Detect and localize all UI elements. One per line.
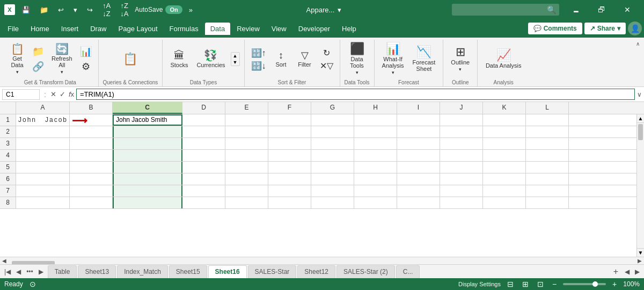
- zoom-out-button[interactable]: −: [550, 279, 559, 289]
- cell-l7[interactable]: [526, 185, 569, 197]
- cell-b7[interactable]: [70, 185, 113, 197]
- cell-f2[interactable]: [268, 126, 311, 137]
- cell-j4[interactable]: [440, 150, 483, 161]
- cell-h2[interactable]: [354, 126, 397, 137]
- refresh-all-button[interactable]: 🔄 RefreshAll ▾: [48, 41, 76, 77]
- cell-d8[interactable]: [182, 197, 225, 208]
- save-button[interactable]: 💾: [18, 4, 33, 16]
- cell-l2[interactable]: [526, 126, 569, 137]
- sheet-scroll-left-button[interactable]: ◀: [623, 267, 632, 277]
- minimize-button[interactable]: 🗕: [564, 0, 588, 19]
- cell-a2[interactable]: [16, 126, 70, 137]
- row-num-5[interactable]: 5: [0, 162, 16, 173]
- cell-g4[interactable]: [311, 150, 354, 161]
- sheet-tab-table[interactable]: Table: [48, 265, 77, 278]
- whatif-arrow[interactable]: ▾: [392, 70, 394, 75]
- menu-home[interactable]: Home: [25, 23, 55, 35]
- sheet-scroll-right-button[interactable]: ▶: [633, 267, 642, 277]
- cell-c5[interactable]: [113, 162, 182, 173]
- cell-g5[interactable]: [311, 162, 354, 173]
- formula-input[interactable]: [76, 89, 635, 100]
- cell-h3[interactable]: [354, 138, 397, 149]
- cell-i3[interactable]: [397, 138, 440, 149]
- search-input[interactable]: [452, 4, 559, 16]
- col-header-f[interactable]: F: [268, 102, 311, 114]
- share-button[interactable]: ↗ Share ▾: [584, 23, 626, 34]
- sort-button[interactable]: ↕️ Sort: [270, 48, 292, 70]
- autosave-toggle[interactable]: AutoSave On: [135, 5, 182, 14]
- cell-d5[interactable]: [182, 162, 225, 173]
- cell-f6[interactable]: [268, 173, 311, 185]
- cell-k8[interactable]: [483, 197, 526, 208]
- whatif-button[interactable]: 📊 What-IfAnalysis ▾: [379, 41, 407, 77]
- cell-e7[interactable]: [225, 185, 268, 197]
- cell-c2[interactable]: [113, 126, 182, 137]
- datatypes-scroll[interactable]: ▲ ▼: [231, 52, 240, 66]
- cell-j5[interactable]: [440, 162, 483, 173]
- cell-b8[interactable]: [70, 197, 113, 208]
- user-avatar[interactable]: 👤: [628, 21, 642, 35]
- outline-button[interactable]: ⊞ Outline ▾: [448, 44, 473, 74]
- menu-data[interactable]: Data: [205, 23, 230, 35]
- scroll-down-icon[interactable]: ▼: [231, 59, 239, 66]
- cell-b2[interactable]: [70, 126, 113, 137]
- cell-a3[interactable]: [16, 138, 70, 149]
- redo-button[interactable]: ↪: [84, 4, 96, 16]
- cell-c4[interactable]: [113, 150, 182, 161]
- sheet-tab-sheet15[interactable]: Sheet15: [169, 265, 207, 278]
- cell-d3[interactable]: [182, 138, 225, 149]
- cell-j7[interactable]: [440, 185, 483, 197]
- col-header-i[interactable]: I: [397, 102, 440, 114]
- cell-h5[interactable]: [354, 162, 397, 173]
- cell-c7[interactable]: [113, 185, 182, 197]
- cell-j3[interactable]: [440, 138, 483, 149]
- sheet-first-button[interactable]: |◀: [2, 267, 13, 277]
- menu-formulas[interactable]: Formulas: [164, 23, 204, 35]
- cell-k7[interactable]: [483, 185, 526, 197]
- sheet-tab-indexmatch[interactable]: Index_Match: [117, 265, 168, 278]
- cell-a8[interactable]: [16, 197, 70, 208]
- formula-expand-icon[interactable]: ∨: [637, 91, 642, 98]
- col-header-l[interactable]: L: [526, 102, 569, 114]
- datatools-arrow[interactable]: ▾: [356, 70, 358, 75]
- cell-c3[interactable]: [113, 138, 182, 149]
- cell-d1[interactable]: [182, 114, 225, 126]
- data-analysis-button[interactable]: 📈 Data Analysis: [482, 47, 525, 71]
- menu-insert[interactable]: Insert: [56, 23, 84, 35]
- scroll-down-button[interactable]: ▼: [637, 248, 644, 257]
- cell-f8[interactable]: [268, 197, 311, 208]
- col-header-k[interactable]: K: [483, 102, 526, 114]
- cell-f3[interactable]: [268, 138, 311, 149]
- sheet-tab-sheet16[interactable]: Sheet16: [208, 265, 247, 278]
- cell-k5[interactable]: [483, 162, 526, 173]
- sheet-more-button[interactable]: •••: [24, 267, 35, 277]
- new-query-button[interactable]: 📁: [30, 45, 46, 59]
- confirm-formula-icon[interactable]: ✓: [60, 90, 65, 98]
- cell-i8[interactable]: [397, 197, 440, 208]
- col-header-c[interactable]: C: [113, 102, 182, 114]
- cell-h1[interactable]: [354, 114, 397, 126]
- cell-c1[interactable]: John Jacob Smith: [113, 114, 182, 126]
- cancel-formula-icon[interactable]: ✕: [50, 90, 56, 98]
- row-num-6[interactable]: 6: [0, 173, 16, 185]
- cell-h7[interactable]: [354, 185, 397, 197]
- cell-i4[interactable]: [397, 150, 440, 161]
- cell-f1[interactable]: [268, 114, 311, 126]
- menu-pagelayout[interactable]: Page Layout: [113, 23, 163, 35]
- row-num-7[interactable]: 7: [0, 185, 16, 197]
- col-header-a[interactable]: A: [16, 102, 70, 114]
- connection-button[interactable]: 🔗: [30, 60, 46, 74]
- cell-d6[interactable]: [182, 173, 225, 185]
- restore-button[interactable]: 🗗: [589, 0, 614, 19]
- sheet-tab-salesstar[interactable]: SALES-Star: [248, 265, 297, 278]
- col-header-h[interactable]: H: [354, 102, 397, 114]
- sheet-tab-c[interactable]: C...: [396, 265, 420, 278]
- forecast-sheet-button[interactable]: 📉 ForecastSheet: [409, 44, 439, 74]
- cell-k3[interactable]: [483, 138, 526, 149]
- cell-f5[interactable]: [268, 162, 311, 173]
- folder-button[interactable]: 📁: [36, 4, 52, 16]
- cell-l1[interactable]: [526, 114, 569, 126]
- normal-view-button[interactable]: ⊟: [505, 279, 516, 289]
- cell-j6[interactable]: [440, 173, 483, 185]
- filter-button[interactable]: ▽ Filter: [294, 48, 316, 70]
